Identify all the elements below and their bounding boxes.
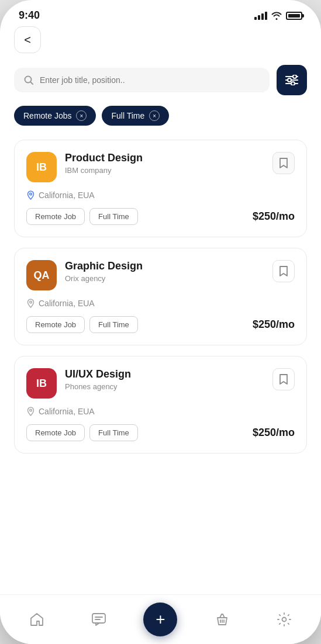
filter-icon [285,75,299,85]
bookmark-icon-2 [279,265,288,277]
svg-line-1 [30,82,33,84]
close-icon-2: × [153,113,156,119]
job-tags-2: Remote Job Full Time [26,316,138,333]
settings-icon [277,612,292,627]
logo-text-2: QA [34,269,50,282]
location-text-3: California, EUA [39,407,95,416]
job-tags-3: Remote Job Full Time [26,424,138,441]
svg-point-7 [291,82,295,85]
bottom-nav: + [0,594,321,644]
company-name-3: Phones agency [65,382,264,391]
logo-text-1: IB [36,161,47,174]
job-title-1: Product Design [65,152,264,164]
status-icons [254,11,302,20]
card-footer-3: Remote Job Full Time $250/mo [26,424,295,441]
filter-tag-fulltime[interactable]: Full Time × [102,106,169,126]
card-footer-1: Remote Job Full Time $250/mo [26,208,295,225]
bookmark-icon-1 [279,157,288,169]
svg-point-9 [30,301,32,303]
nav-home[interactable] [20,607,54,632]
job-tags-1: Remote Job Full Time [26,208,138,225]
bookmark-button-2[interactable] [272,260,295,282]
company-name-1: IBM company [65,166,264,175]
job-tag-remote-2: Remote Job [26,316,85,333]
home-icon [29,612,44,627]
svg-point-17 [282,618,287,622]
close-icon: × [80,113,84,119]
bookmark-button-1[interactable] [272,152,295,174]
card-header-2: QA Graphic Design Orix agency [26,260,295,290]
job-card-2[interactable]: QA Graphic Design Orix agency Californ [14,248,307,345]
company-logo-2: QA [26,260,57,290]
location-icon-3 [26,407,35,416]
chat-icon [91,612,106,627]
location-row-1: California, EUA [26,191,295,200]
company-name-2: Orix agency [65,274,264,283]
job-tag-fulltime-2: Full Time [89,316,138,333]
nav-chat[interactable] [82,607,116,632]
svg-point-10 [30,409,32,411]
job-card-1[interactable]: IB Product Design IBM company Californ [14,140,307,237]
job-title-2: Graphic Design [65,260,264,272]
location-row-3: California, EUA [26,407,295,416]
signal-icon [254,12,267,20]
search-input[interactable] [40,75,260,85]
job-tag-fulltime-3: Full Time [89,424,138,441]
filter-tag-fulltime-close[interactable]: × [149,110,160,121]
fab-plus-icon: + [156,611,165,628]
job-tag-remote-3: Remote Job [26,424,85,441]
filter-tag-remote-label: Remote Jobs [23,111,71,120]
job-tag-fulltime-1: Full Time [89,208,138,225]
search-icon [23,75,34,85]
filter-tag-remote[interactable]: Remote Jobs × [14,106,96,126]
job-title-3: UI/UX Design [65,368,264,380]
location-row-2: California, EUA [26,299,295,308]
job-card-3[interactable]: IB UI/UX Design Phones agency Californ [14,356,307,453]
bookmark-button-3[interactable] [272,368,295,390]
fab-add-button[interactable]: + [143,603,177,636]
location-text-2: California, EUA [39,299,95,308]
back-arrow-icon: < [24,33,31,47]
phone-frame: 9:40 < [0,0,321,644]
filter-tags-row: Remote Jobs × Full Time × [14,106,307,126]
battery-icon [286,12,302,20]
search-row [14,65,307,95]
company-logo-1: IB [26,152,57,182]
company-logo-3: IB [26,368,57,399]
filter-tag-remote-close[interactable]: × [76,110,87,121]
status-time: 9:40 [19,9,40,22]
card-header-1: IB Product Design IBM company [26,152,295,182]
job-salary-3: $250/mo [253,427,295,439]
location-icon-2 [26,299,35,308]
svg-point-5 [288,78,291,82]
back-button[interactable]: < [14,26,41,53]
nav-settings[interactable] [267,607,301,632]
logo-text-3: IB [36,378,47,390]
job-salary-2: $250/mo [253,318,295,331]
svg-point-3 [293,75,296,78]
location-text-1: California, EUA [39,191,95,200]
search-box[interactable] [14,68,270,92]
svg-rect-11 [92,614,105,623]
job-info-3: UI/UX Design Phones agency [65,368,264,391]
filter-tag-fulltime-label: Full Time [111,111,144,120]
job-salary-1: $250/mo [253,210,295,223]
nav-basket[interactable] [205,607,239,632]
card-header-3: IB UI/UX Design Phones agency [26,368,295,399]
svg-point-8 [30,193,32,195]
basket-icon [215,612,230,627]
location-icon-1 [26,191,35,200]
bookmark-icon-3 [279,373,288,385]
status-bar: 9:40 [0,0,321,26]
wifi-icon [271,11,282,20]
job-info-2: Graphic Design Orix agency [65,260,264,283]
card-footer-2: Remote Job Full Time $250/mo [26,316,295,333]
job-tag-remote-1: Remote Job [26,208,85,225]
main-content: < [0,26,321,594]
filter-button[interactable] [277,65,307,95]
job-info-1: Product Design IBM company [65,152,264,175]
